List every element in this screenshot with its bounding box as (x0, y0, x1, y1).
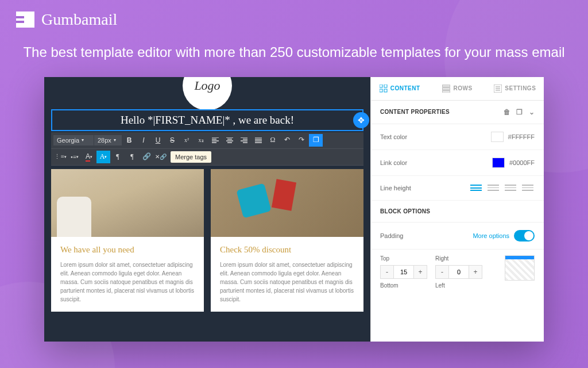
padding-top-stepper[interactable]: - + (380, 265, 427, 279)
paragraph-ltr-button[interactable]: ¶ (111, 151, 125, 163)
block-options-title: BLOCK OPTIONS (380, 208, 430, 214)
template-logo-badge[interactable]: Logo (183, 77, 232, 110)
merge-tags-tooltip: Merge tags (171, 151, 211, 163)
move-block-button[interactable]: ✥ (353, 112, 369, 128)
align-justify-icon (255, 137, 262, 143)
svg-rect-3 (384, 89, 387, 92)
more-options-link[interactable]: More options (473, 232, 509, 239)
svg-rect-2 (380, 89, 382, 92)
card-text-1: Lorem ipsum dolor sit amet, consectetuer… (60, 260, 195, 304)
padding-top-label: Top (380, 255, 427, 262)
link-color-swatch[interactable] (492, 158, 505, 168)
padding-top-decrement[interactable]: - (381, 266, 393, 278)
align-justify-button[interactable] (252, 134, 265, 147)
undo-button[interactable]: ↶ (280, 134, 294, 147)
tab-content[interactable]: CONTENT (371, 77, 428, 100)
line-height-row: Line height (371, 176, 544, 201)
unordered-list-button[interactable]: •≡▾ (68, 151, 82, 163)
copy-button[interactable]: ❐ (309, 134, 323, 147)
padding-preview (505, 255, 535, 281)
align-right-icon (241, 137, 247, 143)
text-toolbar: Georgia 28px B I U S x² x₂ (51, 132, 363, 166)
padding-right-decrement[interactable]: - (436, 266, 448, 278)
superscript-button[interactable]: x² (180, 134, 194, 147)
align-center-icon (226, 137, 233, 143)
italic-button[interactable]: I (137, 134, 150, 147)
line-height-xloose[interactable] (521, 183, 535, 193)
headline-block[interactable]: Hello *|FIRST_NAME|* , we are back! ✥ (51, 109, 363, 131)
subscript-button[interactable]: x₂ (194, 134, 208, 147)
padding-right-stepper[interactable]: - + (435, 265, 482, 279)
link-button[interactable]: 🔗 (140, 151, 153, 163)
svg-rect-1 (384, 85, 387, 87)
block-options-header: BLOCK OPTIONS (371, 201, 544, 223)
padding-right-label: Right (435, 255, 482, 262)
strikethrough-button[interactable]: S (165, 134, 179, 147)
brand-logo-icon (16, 12, 34, 28)
headline-text[interactable]: Hello *|FIRST_NAME|* , we are back! (51, 109, 363, 131)
paragraph-rtl-button[interactable]: ¶ (125, 151, 139, 163)
padding-top-increment[interactable]: + (414, 266, 427, 278)
content-card-2[interactable]: Check 50% discount Lorem ipsum dolor sit… (211, 169, 363, 312)
font-color-button[interactable]: A▾ (82, 151, 96, 163)
tab-content-label: CONTENT (390, 85, 420, 91)
font-size-select[interactable]: 28px (94, 135, 122, 145)
underline-button[interactable]: U (151, 134, 165, 147)
card-title-1: We have all you need (60, 245, 195, 255)
content-icon (380, 85, 388, 93)
line-height-tight[interactable] (469, 183, 483, 193)
more-options-toggle[interactable] (514, 230, 535, 241)
content-properties-title: CONTENT PROPERTIES (380, 109, 450, 115)
padding-left-label: Left (435, 282, 482, 289)
brand-name: Gumbamail (41, 10, 117, 29)
text-color-label: Text color (380, 133, 407, 140)
align-left-button[interactable] (208, 134, 222, 147)
padding-label: Padding (380, 232, 403, 239)
email-canvas[interactable]: Logo Hello *|FIRST_NAME|* , we are back!… (44, 77, 370, 342)
special-char-button[interactable]: Ω (266, 134, 280, 147)
card-image-1 (51, 169, 204, 237)
line-height-label: Line height (380, 185, 411, 191)
bold-button[interactable]: B (122, 134, 136, 147)
content-card-1[interactable]: We have all you need Lorem ipsum dolor s… (51, 169, 204, 312)
card-text-2: Lorem ipsum dolor sit amet, consectetuer… (220, 260, 354, 304)
align-left-icon (212, 137, 219, 143)
padding-row: Padding More options (371, 223, 544, 250)
padding-right-increment[interactable]: + (469, 266, 482, 278)
line-height-loose[interactable] (504, 183, 517, 193)
align-right-button[interactable] (237, 134, 251, 147)
redo-button[interactable]: ↷ (295, 134, 308, 147)
padding-bottom-label: Bottom (380, 282, 427, 289)
padding-top-input[interactable] (393, 266, 414, 278)
link-color-label: Link color (380, 159, 407, 166)
svg-rect-0 (380, 85, 382, 87)
unlink-button[interactable]: ✕🔗 (154, 151, 168, 163)
card-title-2: Check 50% discount (220, 245, 354, 255)
padding-controls: Top - + Bottom Right - + Left (371, 250, 544, 294)
padding-right-input[interactable] (448, 266, 469, 278)
background-color-button[interactable]: A▾ (96, 151, 110, 163)
font-family-select[interactable]: Georgia (53, 135, 94, 145)
card-image-2 (211, 169, 363, 237)
ordered-list-button[interactable]: ⋮≡▾ (53, 151, 67, 163)
line-height-normal[interactable] (486, 183, 500, 193)
align-center-button[interactable] (223, 134, 237, 147)
